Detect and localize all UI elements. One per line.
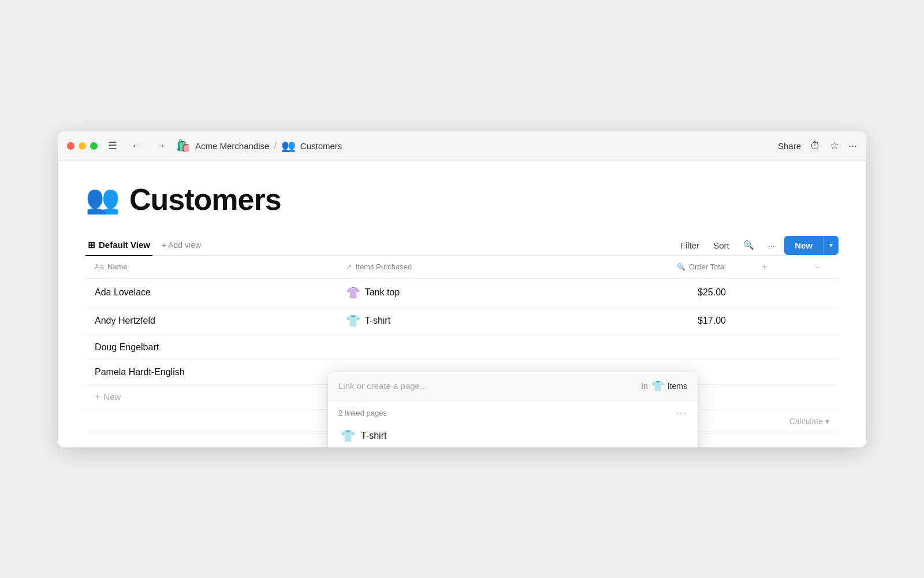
search-icon: 🔍 bbox=[743, 240, 754, 250]
add-view-label: + Add view bbox=[162, 240, 201, 250]
row1-item-label: Tank top bbox=[365, 287, 400, 298]
tshirt-icon: 👕 bbox=[341, 429, 355, 443]
row2-item-icon: 👕 bbox=[346, 314, 360, 328]
close-button[interactable] bbox=[67, 142, 74, 150]
row3-name[interactable]: Doug Engelbart bbox=[85, 335, 337, 360]
items-col-icon: ↗ bbox=[346, 262, 352, 271]
app-window: ☰ ← → 🛍️ Acme Merchandise / 👥 Customers … bbox=[58, 131, 866, 447]
popup-in-database-name: Items bbox=[668, 381, 687, 391]
list-item[interactable]: 👕 T-shirt bbox=[338, 423, 687, 447]
calculate-button[interactable]: Calculate ▾ bbox=[789, 417, 829, 426]
filter-button[interactable]: Filter bbox=[676, 237, 704, 254]
row1-total[interactable]: $25.00 bbox=[573, 278, 735, 306]
row2-item-label: T-shirt bbox=[365, 316, 390, 326]
breadcrumb-page-name: Customers bbox=[300, 141, 342, 151]
table-row: Doug Engelbart bbox=[85, 335, 839, 360]
popup-linked-title: 2 linked pages bbox=[338, 409, 387, 417]
minimize-button[interactable] bbox=[79, 142, 86, 150]
titlebar: ☰ ← → 🛍️ Acme Merchandise / 👥 Customers … bbox=[58, 131, 866, 161]
more-icon: ··· bbox=[848, 140, 857, 151]
titlebar-actions: Share ⏱ ☆ ··· bbox=[778, 139, 857, 152]
new-record-chevron-button[interactable]: ▾ bbox=[823, 236, 839, 255]
row3-items[interactable] bbox=[337, 335, 573, 360]
popup-overlay: In 👕 Items 2 linked pages ··· 👕 T-shirt bbox=[328, 372, 698, 447]
page-icon: 👥 bbox=[85, 183, 120, 216]
row2-total[interactable]: $17.00 bbox=[573, 306, 735, 335]
col-header-name[interactable]: Aa Name bbox=[85, 256, 337, 279]
row1-name[interactable]: Ada Lovelace bbox=[85, 278, 337, 306]
back-button[interactable]: ← bbox=[128, 139, 145, 153]
add-view-button[interactable]: + Add view bbox=[157, 236, 206, 254]
popup-linked-section: 2 linked pages ··· 👕 T-shirt 👖 Khaki pan… bbox=[328, 401, 698, 447]
total-col-icon: 🔍 bbox=[677, 263, 685, 271]
row4-name[interactable]: Pamela Hardt-English bbox=[85, 360, 337, 384]
row3-total[interactable] bbox=[573, 335, 735, 360]
breadcrumb-separator: / bbox=[274, 140, 276, 151]
new-record-button[interactable]: New bbox=[784, 236, 823, 255]
back-icon: ← bbox=[131, 140, 141, 151]
new-row-plus-icon: + bbox=[95, 392, 100, 402]
toolbar-more-button[interactable]: ··· bbox=[763, 237, 780, 254]
more-options-button[interactable]: ··· bbox=[848, 140, 857, 152]
chevron-down-icon: ▾ bbox=[829, 241, 833, 249]
row2-items[interactable]: 👕 T-shirt bbox=[337, 306, 573, 335]
row1-item-icon: 👚 bbox=[346, 286, 360, 299]
popup-linked-more-button[interactable]: ··· bbox=[676, 408, 687, 418]
add-col-icon: + bbox=[762, 262, 767, 272]
col-header-items[interactable]: ↗ Items Purchased bbox=[337, 256, 573, 279]
table-row: Ada Lovelace 👚 Tank top $25.00 bbox=[85, 278, 839, 306]
calculate-chevron-icon: ▾ bbox=[825, 417, 829, 426]
forward-icon: → bbox=[155, 140, 166, 151]
breadcrumb: 🛍️ Acme Merchandise / 👥 Customers bbox=[176, 139, 342, 153]
maximize-button[interactable] bbox=[90, 142, 98, 150]
row2-name[interactable]: Andy Hertzfeld bbox=[85, 306, 337, 335]
default-view-label: Default View bbox=[99, 240, 150, 250]
popup-section-header: 2 linked pages ··· bbox=[338, 408, 687, 418]
popup-linked-item-1-label: T-shirt bbox=[361, 431, 386, 441]
col-more-icon: ··· bbox=[813, 262, 820, 272]
traffic-lights bbox=[67, 142, 98, 150]
hamburger-icon: ☰ bbox=[108, 140, 117, 151]
col-add[interactable]: + bbox=[735, 256, 794, 279]
link-popup: In 👕 Items 2 linked pages ··· 👕 T-shirt bbox=[328, 372, 698, 447]
star-button[interactable]: ☆ bbox=[830, 139, 839, 152]
main-content: 👥 Customers ⊞ Default View + Add view Fi… bbox=[58, 161, 866, 447]
share-button[interactable]: Share bbox=[778, 141, 801, 151]
page-header: 👥 Customers bbox=[85, 182, 839, 217]
new-row-label: New bbox=[103, 392, 121, 402]
search-button[interactable]: 🔍 bbox=[739, 236, 759, 254]
default-view-tab[interactable]: ⊞ Default View bbox=[85, 235, 152, 256]
app-icon: 🛍️ bbox=[176, 139, 191, 153]
popup-in-text-label: In bbox=[641, 381, 648, 391]
name-col-icon: Aa bbox=[95, 262, 104, 271]
forward-button[interactable]: → bbox=[152, 139, 169, 153]
popup-search-input[interactable] bbox=[338, 381, 636, 391]
history-button[interactable]: ⏱ bbox=[810, 140, 821, 152]
popup-in-label: In 👕 Items bbox=[641, 380, 687, 392]
popup-search-area: In 👕 Items bbox=[328, 372, 698, 401]
col-header-total[interactable]: 🔍 Order Total bbox=[573, 256, 735, 279]
name-col-label: Name bbox=[107, 262, 128, 271]
new-button-group: New ▾ bbox=[784, 236, 839, 255]
total-col-label: Order Total bbox=[689, 262, 726, 271]
page-title: Customers bbox=[129, 182, 281, 217]
toolbar: ⊞ Default View + Add view Filter Sort 🔍 … bbox=[85, 235, 839, 256]
col-more[interactable]: ··· bbox=[794, 256, 839, 279]
table-icon: ⊞ bbox=[88, 240, 95, 250]
star-icon: ☆ bbox=[830, 140, 839, 151]
breadcrumb-page-icon: 👥 bbox=[281, 139, 296, 153]
table-row: Andy Hertzfeld 👕 T-shirt $17.00 bbox=[85, 306, 839, 335]
history-icon: ⏱ bbox=[810, 140, 821, 151]
table-wrapper: Aa Name ↗ Items Purchased bbox=[85, 256, 839, 433]
breadcrumb-app-name[interactable]: Acme Merchandise bbox=[195, 141, 269, 151]
row1-items[interactable]: 👚 Tank top bbox=[337, 278, 573, 306]
calculate-label: Calculate bbox=[789, 417, 823, 426]
popup-in-icon: 👕 bbox=[651, 380, 664, 392]
items-col-label: Items Purchased bbox=[356, 262, 412, 271]
sidebar-toggle-button[interactable]: ☰ bbox=[105, 138, 121, 153]
toolbar-more-icon: ··· bbox=[768, 240, 776, 250]
sort-button[interactable]: Sort bbox=[709, 237, 734, 254]
